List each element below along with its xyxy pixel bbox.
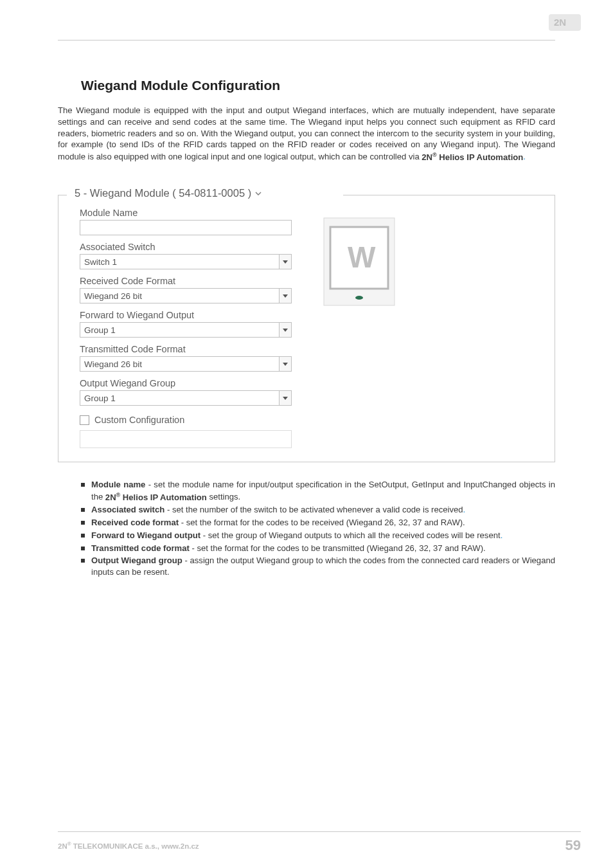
bullet-rest: - set the number of the switch to be act… (164, 505, 463, 514)
intro-brand-prefix: 2N (422, 152, 432, 162)
panel-legend-text: 5 - Wiegand Module ( 54-0811-0005 ) (75, 187, 251, 199)
bullet-rest: - set the format for the codes to be rec… (179, 518, 465, 527)
intro-paragraph: The Wiegand module is equipped with the … (58, 105, 555, 163)
svg-marker-5 (283, 397, 288, 400)
bullet-term: Associated switch (91, 505, 164, 514)
bullet-blue-trail: . (463, 505, 466, 514)
forward-value: Group 1 (80, 325, 279, 335)
module-name-input[interactable] (80, 220, 292, 235)
module-name-label: Module Name (80, 208, 292, 218)
list-item: Forward to Wiegand output - set the grou… (81, 530, 555, 541)
output-group-select[interactable]: Group 1 (80, 390, 292, 406)
custom-config-label: Custom Configuration (94, 415, 184, 425)
svg-marker-2 (283, 294, 288, 298)
bullet-term: Received code format (91, 518, 179, 527)
dropdown-icon (279, 255, 291, 269)
list-item: Received code format - set the format fo… (81, 517, 555, 529)
associated-switch-value: Switch 1 (80, 257, 279, 267)
svg-point-9 (355, 296, 363, 300)
list-item: Module name - set the module name for in… (81, 479, 555, 503)
output-group-label: Output Wiegand Group (80, 378, 292, 388)
bullet-after-brand: settings. (207, 493, 240, 502)
bullet-blue-trail: . (501, 530, 503, 540)
svg-marker-4 (283, 363, 288, 366)
svg-text:2N: 2N (554, 17, 566, 28)
intro-brand-rest: Helios IP Automation (437, 152, 524, 162)
bullet-rest: - set the group of Wiegand outputs to wh… (200, 530, 501, 540)
svg-text:W: W (348, 240, 376, 274)
dropdown-icon (279, 289, 291, 303)
list-item: Output Wiegand group - assign the output… (81, 555, 555, 578)
registered-mark: ® (432, 151, 437, 158)
forward-label: Forward to Wiegand Output (80, 310, 292, 320)
panel-legend[interactable]: 5 - Wiegand Module ( 54-0811-0005 ) (71, 187, 265, 199)
bullet-term: Output Wiegand group (91, 556, 182, 565)
associated-switch-label: Associated Switch (80, 242, 292, 252)
associated-switch-select[interactable]: Switch 1 (80, 254, 292, 269)
footer-company: 2N® TELEKOMUNIKACE a.s., www.2n.cz (58, 841, 199, 850)
bullet-term: Module name (91, 480, 145, 489)
forward-select[interactable]: Group 1 (80, 322, 292, 338)
bullet-rest: - set the format for the codes to be tra… (190, 543, 486, 553)
custom-config-checkbox[interactable] (80, 415, 89, 425)
parameter-bullet-list: Module name - set the module name for in… (81, 479, 555, 578)
received-format-select[interactable]: Wiegand 26 bit (80, 288, 292, 303)
transmitted-format-select[interactable]: Wiegand 26 bit (80, 356, 292, 372)
custom-config-input[interactable] (80, 430, 292, 448)
list-item: Associated switch - set the number of th… (81, 504, 555, 516)
list-item: Transmitted code format - set the format… (81, 543, 555, 554)
dropdown-icon (279, 323, 291, 337)
footer-company-prefix: 2N (58, 842, 67, 850)
bullet-brand-rest: Helios IP Automation (120, 493, 207, 502)
section-heading: Wiegand Module Configuration (81, 78, 555, 93)
dropdown-icon (279, 357, 291, 371)
bullet-term: Transmitted code format (91, 543, 190, 553)
dropdown-icon (279, 391, 291, 405)
footer-page-number: 59 (565, 837, 581, 854)
transmitted-format-label: Transmitted Code Format (80, 344, 292, 354)
received-format-label: Received Code Format (80, 276, 292, 286)
module-config-panel: 5 - Wiegand Module ( 54-0811-0005 ) Modu… (58, 183, 555, 462)
output-group-value: Group 1 (80, 393, 279, 403)
page: 2N Wiegand Module Configuration The Wieg… (0, 0, 613, 868)
transmitted-format-value: Wiegand 26 bit (80, 359, 279, 369)
panel-fields: Module Name Associated Switch Switch 1 R… (80, 208, 292, 448)
bullet-brand-prefix: 2N (105, 493, 116, 502)
intro-trailing-dot: . (523, 152, 526, 162)
brand-logo: 2N (549, 14, 581, 31)
received-format-value: Wiegand 26 bit (80, 291, 279, 301)
chevron-down-icon (255, 190, 262, 197)
footer-company-rest: TELEKOMUNIKACE a.s., www.2n.cz (71, 842, 199, 850)
svg-marker-3 (283, 329, 288, 332)
module-thumbnail: W (317, 213, 401, 316)
page-footer: 2N® TELEKOMUNIKACE a.s., www.2n.cz 59 (58, 831, 581, 854)
header-divider (58, 40, 555, 41)
bullet-term: Forward to Wiegand output (91, 530, 200, 540)
svg-marker-1 (283, 260, 288, 264)
